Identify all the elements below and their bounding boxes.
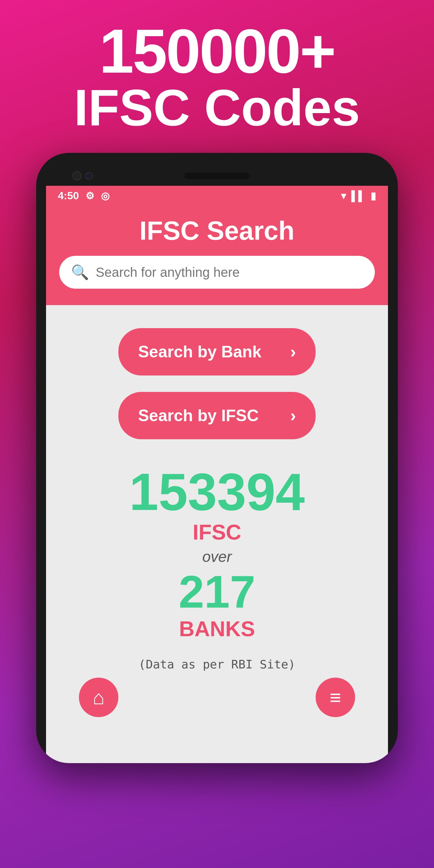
battery-icon: ▮: [371, 190, 376, 202]
phone-frame: 4:50 ⚙ ◎ ▾ ▌▌ ▮ IFSC Search 🔍 Search by …: [36, 153, 398, 763]
search-by-ifsc-button[interactable]: Search by IFSC ›: [118, 392, 316, 439]
stats-section: 153394 IFSC over 217 BANKS (Data as per …: [129, 466, 305, 671]
status-left: 4:50 ⚙ ◎: [58, 190, 110, 202]
app-title: IFSC Search: [140, 216, 294, 246]
front-camera-dot2: [86, 172, 93, 180]
bottom-nav: ⌂ ≡: [66, 671, 368, 737]
bank-count: 217: [179, 569, 255, 615]
speaker-grille: [184, 173, 250, 179]
ifsc-label: IFSC: [193, 520, 241, 545]
main-content: Search by Bank › Search by IFSC › 153394…: [46, 305, 388, 763]
wifi-icon: ▾: [341, 190, 346, 202]
signal-icon: ▌▌: [351, 190, 365, 202]
app-header: IFSC Search 🔍: [46, 206, 388, 305]
search-bar[interactable]: 🔍: [59, 256, 375, 289]
phone-wrapper: 4:50 ⚙ ◎ ▾ ▌▌ ▮ IFSC Search 🔍 Search by …: [36, 153, 398, 868]
front-camera-dot: [72, 171, 82, 181]
search-icon: 🔍: [71, 264, 89, 281]
search-by-bank-label: Search by Bank: [138, 342, 261, 361]
headline-number: 150000+: [74, 20, 360, 82]
status-right: ▾ ▌▌ ▮: [341, 190, 376, 202]
chevron-right-icon: ›: [290, 342, 296, 362]
bottom-fab-right[interactable]: ≡: [316, 678, 355, 717]
search-input[interactable]: [96, 265, 363, 280]
status-bar: 4:50 ⚙ ◎ ▾ ▌▌ ▮: [46, 186, 388, 206]
over-text: over: [202, 548, 231, 565]
search-by-bank-button[interactable]: Search by Bank ›: [118, 328, 316, 375]
phone-top: [46, 166, 388, 186]
banks-label: BANKS: [179, 617, 255, 641]
headline-text: IFSC Codes: [74, 82, 360, 133]
settings-icon: ⚙: [86, 190, 94, 202]
vpn-icon: ◎: [101, 190, 110, 202]
search-by-ifsc-label: Search by IFSC: [138, 406, 259, 425]
chevron-right-icon2: ›: [290, 406, 296, 426]
background-headline: 150000+ IFSC Codes: [74, 20, 360, 133]
bottom-fab-left[interactable]: ⌂: [79, 678, 118, 717]
status-time: 4:50: [58, 190, 79, 202]
data-source: (Data as per RBI Site): [139, 658, 296, 671]
ifsc-count: 153394: [129, 466, 305, 518]
